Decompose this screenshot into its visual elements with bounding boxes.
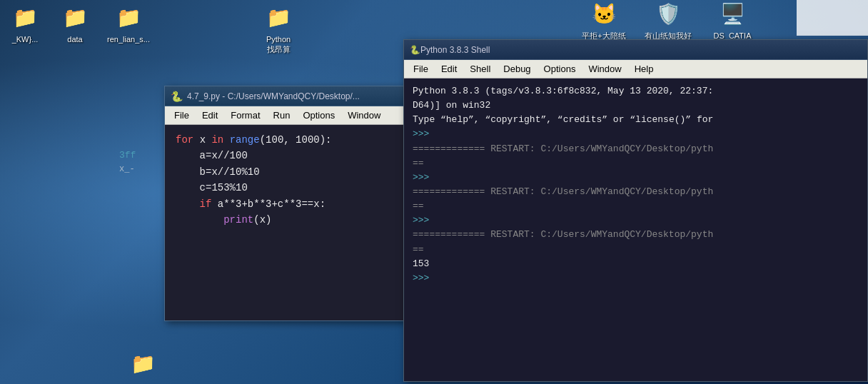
shell-titlebar: 🐍 Python 3.8.3 Shell	[404, 40, 867, 60]
folder-icon: 📁	[114, 4, 143, 32]
desktop-icon-ren[interactable]: 📁 ren_lian_s...	[104, 4, 153, 44]
shell-line-eq1: ==	[413, 156, 859, 171]
menu-format[interactable]: Format	[225, 108, 266, 122]
menu-options[interactable]: Options	[297, 108, 340, 122]
shell-line-eq2: ==	[413, 199, 859, 213]
editor-titlebar: 🐍 4.7_9.py - C:/Users/WMYandQCY/Desktop/…	[165, 86, 406, 106]
shield-icon: 🛡️	[654, 0, 682, 29]
code-line-5: if a**3+b**3+c**3==x:	[176, 196, 395, 212]
shell-line-restart3: ============= RESTART: C:/Users/WMYandQC…	[413, 228, 859, 242]
menu-edit[interactable]: Edit	[196, 108, 223, 122]
shell-menu-options[interactable]: Options	[538, 62, 582, 76]
code-line-4: c=153%10	[176, 180, 395, 196]
desktop-text-3ff: 3ff	[119, 150, 136, 161]
menu-run[interactable]: Run	[268, 108, 296, 122]
shell-menu-window[interactable]: Window	[582, 62, 627, 76]
icon-label: Python 找昂算	[266, 34, 291, 55]
menu-file[interactable]: File	[168, 108, 195, 122]
cat-icon: 🐱	[590, 0, 618, 29]
shell-menu-edit[interactable]: Edit	[435, 62, 463, 76]
icon-label: _KW}...	[12, 34, 39, 44]
white-rect	[797, 0, 868, 36]
shell-menu-help[interactable]: Help	[629, 62, 660, 76]
desktop-text-x: x_-	[119, 164, 135, 174]
code-line-2: a=x//100	[176, 148, 395, 163]
shell-menu-debug[interactable]: Debug	[498, 62, 536, 76]
shell-menu-file[interactable]: File	[408, 62, 434, 76]
desktop-icon-bottom[interactable]: 📁	[118, 350, 168, 380]
code-line-1: for x in range(100, 1000):	[176, 132, 395, 148]
folder-icon: 📁	[264, 4, 293, 32]
monitor-icon: 🖥️	[718, 0, 747, 29]
shell-line-prompt4: >>>	[413, 271, 859, 286]
desktop: 📁 _KW}... 📁 data 📁 ren_lian_s... 📁 Pytho…	[0, 0, 868, 384]
shell-line-153: 153	[413, 257, 859, 271]
icon-label: data	[67, 34, 82, 44]
shell-line-prompt2: >>>	[413, 171, 859, 185]
code-line-6: print(x)	[176, 212, 395, 228]
shell-line-type: Type “help”, “copyright”, “credits” or “…	[413, 113, 859, 127]
menu-window[interactable]: Window	[342, 108, 386, 122]
editor-content[interactable]: for x in range(100, 1000): a=x//100 b=x/…	[165, 125, 406, 320]
editor-window: 🐍 4.7_9.py - C:/Users/WMYandQCY/Desktop/…	[164, 86, 407, 321]
shell-title: Python 3.8.3 Shell	[420, 45, 490, 55]
shell-window: 🐍 Python 3.8.3 Shell File Edit Shell Deb…	[403, 39, 868, 382]
python-shell-icon: 🐍	[410, 45, 420, 55]
shell-line-d64: D64)] on win32	[413, 98, 859, 113]
desktop-icon-python[interactable]: 📁 Python 找昂算	[253, 4, 303, 55]
shell-line-prompt1: >>>	[413, 127, 859, 141]
code-line-3: b=x//10%10	[176, 164, 395, 180]
shell-line-restart2: ============= RESTART: C:/Users/WMYandQC…	[413, 185, 859, 199]
desktop-icon-kw[interactable]: 📁 _KW}...	[0, 4, 50, 44]
folder-icon: 📁	[11, 4, 39, 32]
shell-line-version: Python 3.8.3 (tags/v3.8.3:6f8c832, May 1…	[413, 84, 859, 98]
shell-content[interactable]: Python 3.8.3 (tags/v3.8.3:6f8c832, May 1…	[404, 79, 867, 381]
shell-line-restart1: ============= RESTART: C:/Users/WMYandQC…	[413, 142, 859, 156]
editor-title: 4.7_9.py - C:/Users/WMYandQCY/Desktop/..…	[187, 91, 360, 101]
folder-icon: 📁	[61, 4, 89, 32]
desktop-icon-tr2[interactable]: 🛡️ 有山纸知我好	[640, 0, 697, 41]
shell-menubar: File Edit Shell Debug Options Window Hel…	[404, 60, 867, 79]
editor-menubar: File Edit Format Run Options Window	[165, 106, 406, 125]
python-icon: 🐍	[171, 91, 183, 102]
shell-menu-shell[interactable]: Shell	[464, 62, 496, 76]
shell-line-eq3: ==	[413, 243, 859, 257]
shell-line-prompt3: >>>	[413, 213, 859, 228]
desktop-icon-tr1[interactable]: 🐱 平拒+大陪纸	[575, 0, 632, 41]
folder-icon: 📁	[128, 350, 157, 378]
desktop-icon-tr3[interactable]: 🖥️ DS_CATIA	[704, 0, 761, 41]
icon-label: ren_lian_s...	[107, 34, 150, 44]
desktop-icon-data[interactable]: 📁 data	[50, 4, 100, 44]
